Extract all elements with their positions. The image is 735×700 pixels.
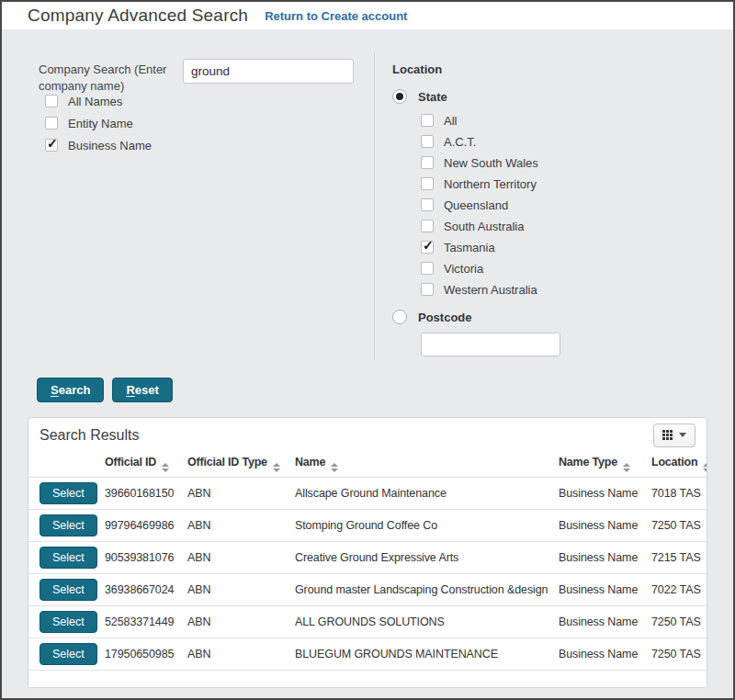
state-checkbox-wa[interactable] (421, 283, 434, 296)
business-name-checkbox[interactable] (45, 139, 58, 152)
official-id-cell: 39660168150 (105, 477, 187, 509)
official-id-type-cell: ABN (187, 638, 295, 670)
state-checkbox-sa[interactable] (421, 220, 434, 232)
state-label-act: A.C.T. (444, 135, 476, 149)
state-checkbox-qld[interactable] (421, 198, 434, 211)
state-checkbox-act[interactable] (421, 135, 434, 148)
state-option-all[interactable]: All (421, 113, 695, 128)
name-type-cell: Business Name (559, 605, 651, 638)
option-all-names[interactable]: All Names (45, 94, 152, 108)
column-chooser-button[interactable] (653, 423, 695, 447)
state-option-tas[interactable]: Tasmania (421, 240, 695, 254)
entity-name-label: Entity Name (68, 117, 133, 130)
page-header: Company Advanced Search Return to Create… (2, 2, 733, 29)
official-id-type-cell: ABN (187, 573, 295, 605)
official-id-type-column-header[interactable]: Official ID Type (187, 452, 295, 477)
name-cell: BLUEGUM GROUNDS MAINTENANCE (295, 638, 559, 670)
location-column-header[interactable]: Location (651, 452, 707, 477)
select-button[interactable]: Select (40, 547, 97, 569)
search-button[interactable]: Search (37, 378, 104, 402)
select-button[interactable]: Select (40, 579, 97, 601)
name-type-cell: Business Name (559, 509, 651, 541)
official-id-cell: 36938667024 (105, 573, 187, 605)
select-column-header (28, 452, 105, 477)
sort-arrows-icon (331, 463, 338, 472)
state-checkbox-tas[interactable] (421, 241, 434, 254)
postcode-radio-option[interactable]: Postcode (392, 310, 695, 324)
content-area: Company Search (Enter company name) All … (2, 29, 733, 698)
state-label-nt: Northern Territory (444, 177, 537, 191)
results-title: Search Results (40, 427, 140, 444)
select-button[interactable]: Select (40, 643, 97, 665)
state-option-qld[interactable]: Queensland (421, 198, 695, 212)
return-to-create-account-link[interactable]: Return to Create account (265, 9, 407, 23)
state-label-sa: South Australia (444, 220, 524, 233)
results-header: Search Results (28, 418, 707, 452)
postcode-input[interactable] (421, 333, 560, 356)
form-divider (374, 53, 375, 360)
company-search-label: Company Search (Enter company name) (39, 59, 183, 95)
table-row: Select 36938667024 ABN Ground master Lan… (28, 573, 707, 605)
sort-arrows-icon (703, 463, 707, 472)
state-option-wa[interactable]: Western Australia (421, 282, 695, 297)
official-id-type-cell: ABN (187, 541, 295, 573)
name-type-options: All Names Entity Name Business Name (45, 94, 152, 160)
reset-button[interactable]: Reset (112, 378, 172, 402)
state-option-nsw[interactable]: New South Wales (421, 155, 695, 170)
chevron-down-icon (679, 433, 686, 441)
table-row: Select 39660168150 ABN Allscape Ground M… (28, 477, 707, 509)
entity-name-checkbox[interactable] (45, 117, 58, 130)
state-radio-label: State (418, 90, 447, 104)
name-cell: Allscape Ground Maintenance (295, 477, 559, 509)
state-option-nt[interactable]: Northern Territory (421, 176, 695, 191)
official-id-cell: 17950650985 (105, 638, 187, 670)
official-id-cell: 99796469986 (105, 509, 187, 541)
official-id-type-cell: ABN (187, 477, 295, 509)
name-type-column-header[interactable]: Name Type (559, 452, 651, 477)
name-type-cell: Business Name (559, 541, 651, 573)
location-label: Location (392, 62, 695, 76)
name-cell: Stomping Ground Coffee Co (295, 509, 559, 541)
results-table: Official ID Official ID Type Name Name T… (28, 452, 707, 671)
name-type-cell: Business Name (559, 638, 651, 670)
state-checkbox-nsw[interactable] (421, 156, 434, 169)
postcode-radio[interactable] (392, 310, 407, 324)
state-option-sa[interactable]: South Australia (421, 219, 695, 233)
all-names-checkbox[interactable] (45, 95, 58, 107)
postcode-radio-label: Postcode (418, 310, 472, 324)
business-name-label: Business Name (68, 139, 152, 152)
option-business-name[interactable]: Business Name (45, 138, 152, 152)
page-title: Company Advanced Search (28, 6, 248, 26)
table-row: Select 17950650985 ABN BLUEGUM GROUNDS M… (28, 638, 707, 670)
name-column-header[interactable]: Name (295, 452, 559, 477)
sort-arrows-icon (162, 463, 169, 472)
state-radio[interactable] (392, 89, 407, 104)
app-window: Company Advanced Search Return to Create… (0, 0, 735, 700)
select-button[interactable]: Select (40, 482, 97, 504)
official-id-column-header[interactable]: Official ID (105, 452, 187, 477)
search-results-panel: Search Results Official ID Official (28, 417, 707, 688)
table-row: Select 52583371449 ABN ALL GROUNDS SOLUT… (28, 605, 707, 638)
official-id-type-cell: ABN (187, 509, 295, 541)
state-checkbox-all[interactable] (421, 114, 434, 127)
state-radio-option[interactable]: State (392, 89, 695, 104)
state-checkbox-nt[interactable] (421, 177, 434, 190)
state-label-vic: Victoria (444, 262, 483, 276)
location-section: Location State All A.C.T. (392, 62, 695, 356)
state-label-nsw: New South Wales (444, 156, 538, 170)
state-checkbox-vic[interactable] (421, 262, 434, 275)
state-label-all: All (444, 114, 457, 128)
select-button[interactable]: Select (40, 514, 97, 536)
company-search-input[interactable] (183, 59, 354, 84)
grid-icon (662, 430, 673, 440)
all-names-label: All Names (68, 95, 122, 108)
select-button[interactable]: Select (40, 611, 97, 633)
form-actions: Search Reset (37, 378, 733, 402)
state-option-vic[interactable]: Victoria (421, 261, 695, 276)
location-cell: 7018 TAS (651, 477, 707, 509)
name-cell: Ground master Landscaping Construction &… (295, 573, 559, 605)
search-form: Company Search (Enter company name) All … (2, 29, 733, 371)
option-entity-name[interactable]: Entity Name (45, 116, 152, 130)
state-option-act[interactable]: A.C.T. (421, 134, 695, 149)
state-checkbox-list: All A.C.T. New South Wales Northern Terr… (421, 113, 695, 297)
